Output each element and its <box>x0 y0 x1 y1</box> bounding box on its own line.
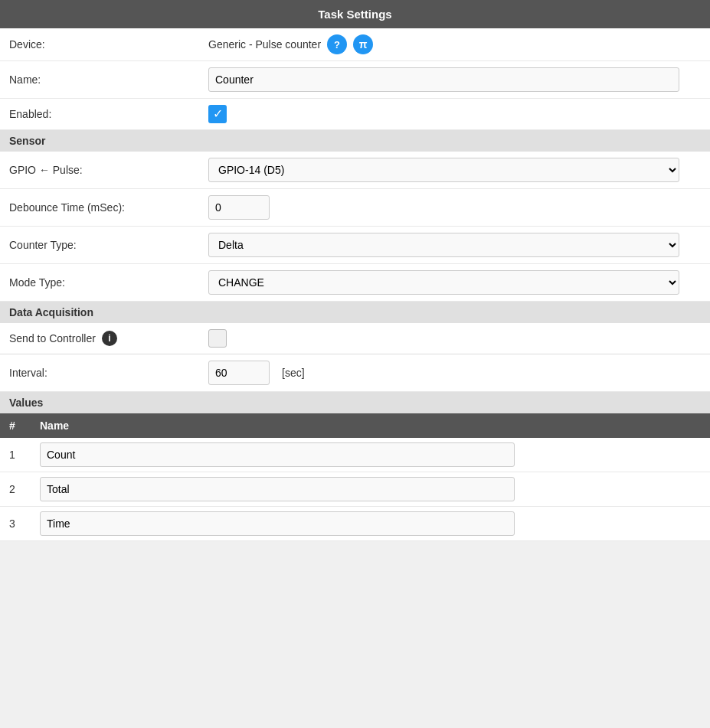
device-label: Device: <box>9 38 208 51</box>
enabled-control: ✓ <box>208 105 701 123</box>
interval-row: Interval: [sec] <box>0 354 710 392</box>
row-name-cell <box>31 507 710 541</box>
gpio-select[interactable]: GPIO-14 (D5) GPIO-0 (D3) GPIO-2 (D4) GPI… <box>208 158 679 182</box>
interval-unit: [sec] <box>282 367 305 379</box>
values-table-header: # Name <box>0 413 710 438</box>
send-to-controller-checkbox[interactable] <box>208 329 227 348</box>
table-row: 3 <box>0 507 710 541</box>
table-row: 1 <box>0 438 710 472</box>
debounce-input[interactable] <box>208 195 270 220</box>
row-name-cell <box>31 438 710 472</box>
counter-type-select[interactable]: Delta Absolute <box>208 233 679 257</box>
values-table: # Name 123 <box>0 413 710 541</box>
row-number: 1 <box>0 438 31 472</box>
table-row: 2 <box>0 472 710 507</box>
enabled-label: Enabled: <box>9 108 208 120</box>
row-name-cell <box>31 472 710 507</box>
help-icon[interactable]: ? <box>327 34 347 54</box>
values-section-header: Values <box>0 392 710 413</box>
debounce-label: Debounce Time (mSec): <box>9 201 208 214</box>
gpio-row: GPIO ← Pulse: GPIO-14 (D5) GPIO-0 (D3) G… <box>0 152 710 189</box>
mode-type-control: CHANGE RISING FALLING <box>208 270 701 295</box>
row-name-input[interactable] <box>40 511 515 536</box>
values-col-hash: # <box>0 413 31 438</box>
counter-type-control: Delta Absolute <box>208 233 701 257</box>
info-icon: i <box>102 331 117 346</box>
name-label: Name: <box>9 73 208 86</box>
data-acquisition-section-header: Data Acquisition <box>0 302 710 323</box>
enabled-checkbox[interactable]: ✓ <box>208 105 227 123</box>
row-name-input[interactable] <box>40 442 515 467</box>
device-control: Generic - Pulse counter ? π <box>208 34 701 54</box>
device-row: Device: Generic - Pulse counter ? π <box>0 28 710 61</box>
send-to-controller-row: Send to Controller i <box>0 323 710 354</box>
row-number: 2 <box>0 472 31 507</box>
sensor-section-header: Sensor <box>0 130 710 152</box>
mode-type-select[interactable]: CHANGE RISING FALLING <box>208 270 679 295</box>
name-control <box>208 67 701 92</box>
enabled-row: Enabled: ✓ <box>0 99 710 130</box>
mode-type-row: Mode Type: CHANGE RISING FALLING <box>0 264 710 302</box>
name-row: Name: <box>0 61 710 99</box>
send-to-controller-label-col: Send to Controller i <box>9 331 208 346</box>
page-title: Task Settings <box>318 8 391 21</box>
counter-type-label: Counter Type: <box>9 239 208 251</box>
debounce-control <box>208 195 701 220</box>
send-to-controller-label: Send to Controller i <box>9 331 208 346</box>
row-number: 3 <box>0 507 31 541</box>
gpio-control: GPIO-14 (D5) GPIO-0 (D3) GPIO-2 (D4) GPI… <box>208 158 701 182</box>
gpio-label: GPIO ← Pulse: <box>9 164 208 176</box>
title-bar: Task Settings <box>0 0 710 28</box>
interval-input[interactable] <box>208 361 270 385</box>
interval-label: Interval: <box>9 367 208 379</box>
mode-type-label: Mode Type: <box>9 276 208 289</box>
debounce-row: Debounce Time (mSec): <box>0 189 710 227</box>
plugin-icon[interactable]: π <box>353 34 373 54</box>
send-to-controller-control <box>208 329 701 348</box>
interval-control: [sec] <box>208 361 701 385</box>
name-input[interactable] <box>208 67 679 92</box>
send-label-text: Send to Controller <box>9 332 96 344</box>
counter-type-row: Counter Type: Delta Absolute <box>0 227 710 264</box>
check-icon: ✓ <box>213 108 223 120</box>
values-col-name: Name <box>31 413 710 438</box>
device-value: Generic - Pulse counter <box>208 38 321 51</box>
row-name-input[interactable] <box>40 477 515 501</box>
